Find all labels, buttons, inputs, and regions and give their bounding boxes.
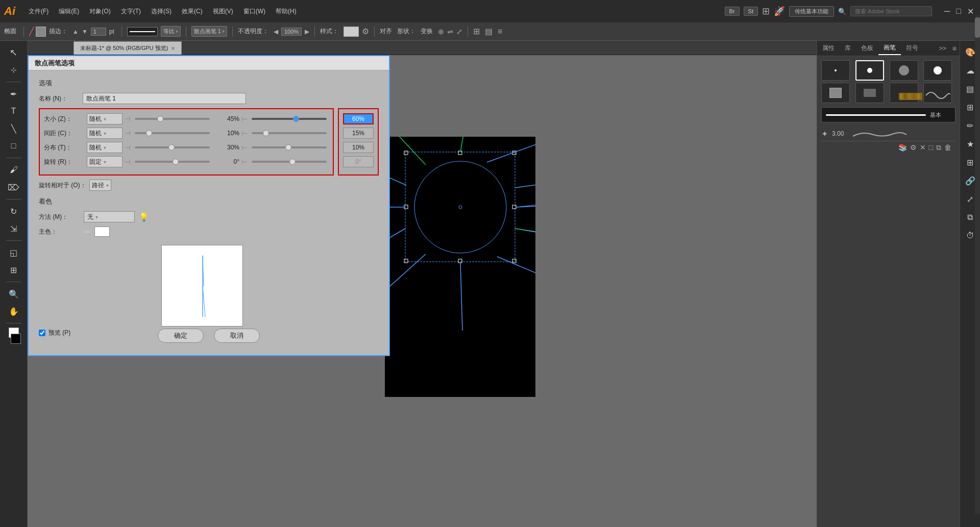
right-panel-scrollbar-thumb[interactable] (975, 17, 980, 38)
eraser-tool[interactable]: ⌦ (5, 180, 23, 195)
expand-icon[interactable]: ⤢ (456, 28, 462, 36)
menu-edit[interactable]: 编辑(E) (54, 5, 84, 18)
brush-cell-8[interactable] (923, 83, 952, 103)
direct-select-tool[interactable]: ⊹ (5, 62, 23, 78)
brush-cell-2[interactable] (855, 60, 884, 81)
menu-object[interactable]: 对象(O) (84, 5, 115, 18)
spacing-slider-thumb[interactable] (146, 130, 152, 136)
paint-tool[interactable]: 🖌 (5, 162, 23, 178)
brush-cell-6[interactable] (855, 83, 884, 103)
spacing-slider-track[interactable] (135, 132, 210, 134)
rocket-icon[interactable]: 🚀 (774, 6, 785, 17)
lightbulb-icon[interactable]: 💡 (139, 212, 149, 222)
scatter-slider-right-thumb[interactable] (285, 144, 291, 150)
method-dropdown[interactable]: 无▾ (84, 211, 135, 222)
preview-checkbox[interactable] (39, 330, 45, 336)
brush-dropdown[interactable]: 散点画笔 1▾ (191, 26, 227, 37)
style-settings-icon[interactable]: ⚙ (362, 27, 369, 36)
brush-duplicate-icon[interactable]: ⧉ (936, 143, 941, 152)
stroke-arrow-up[interactable]: ▲ (72, 28, 79, 35)
brush-libraries-icon[interactable]: 📚 (898, 143, 907, 152)
close-button[interactable]: ✕ (965, 7, 976, 16)
document-tab[interactable]: 未标题-1* @ 50% (RGB/GPU 预览) × (74, 41, 182, 55)
size-slider-thumb[interactable] (157, 116, 163, 122)
stroke-align-dropdown[interactable]: 等比▾ (161, 26, 181, 37)
cancel-button[interactable]: 取消 (214, 329, 260, 343)
tab-swatches[interactable]: 色板 (856, 42, 878, 55)
hand-tool[interactable]: ✋ (5, 304, 23, 319)
spacing-slider-right-thumb[interactable] (263, 130, 269, 136)
right-panel-scrollbar[interactable] (975, 15, 980, 514)
minimize-button[interactable]: ─ (942, 7, 952, 16)
reflect-icon[interactable]: ⇌ (447, 28, 453, 36)
brush-name-input[interactable] (83, 93, 246, 104)
workspace-dropdown[interactable]: 传统基本功能 (789, 6, 834, 17)
brush-cell-7[interactable] (890, 83, 918, 103)
rotation-slider-right-thumb[interactable] (289, 159, 296, 165)
confirm-button[interactable]: 确定 (158, 329, 204, 343)
menu-text[interactable]: 文字(T) (116, 5, 146, 18)
grid2-icon[interactable]: ⊞ (473, 27, 480, 36)
mesh-tool[interactable]: ⊞ (5, 262, 23, 278)
panel-icon[interactable]: ▤ (485, 27, 493, 36)
rotate-tool[interactable]: ↻ (5, 204, 23, 219)
tab-properties[interactable]: 属性 (817, 42, 840, 55)
brush-trash-icon[interactable]: 🗑 (944, 143, 951, 152)
tab-brushes[interactable]: 画笔 (878, 41, 901, 55)
eyedropper-icon[interactable]: ✏ (84, 227, 90, 237)
menu-effect[interactable]: 效果(C) (177, 5, 208, 18)
transform-icon[interactable]: ⊕ (438, 28, 444, 36)
brush-cell-5[interactable] (821, 83, 850, 103)
scatter-type-dropdown[interactable]: 随机▾ (87, 142, 122, 153)
size-slider-track[interactable] (135, 118, 210, 120)
rotation-relative-dropdown[interactable]: 路径▾ (89, 180, 111, 191)
shape-tool[interactable]: □ (5, 138, 23, 154)
scatter-slider-right-track[interactable] (252, 146, 327, 148)
more-panels-icon[interactable]: >> (936, 43, 949, 54)
restore-button[interactable]: □ (954, 7, 963, 16)
stroke-arrow-down[interactable]: ▼ (82, 28, 88, 35)
menu-select[interactable]: 选择(S) (146, 5, 177, 18)
stroke-style-preview[interactable] (127, 27, 158, 36)
tab-close-button[interactable]: × (172, 45, 175, 52)
menu-help[interactable]: 帮助(H) (271, 5, 302, 18)
spacing-type-dropdown[interactable]: 随机▾ (87, 128, 122, 139)
brush-options-icon[interactable]: ⚙ (910, 143, 917, 152)
brush-cell-1[interactable] (821, 60, 850, 81)
rotation-slider-track[interactable] (135, 161, 210, 163)
select-tool[interactable]: ↖ (5, 45, 23, 60)
main-color-swatch[interactable] (94, 227, 110, 237)
size-slider-right-thumb[interactable] (293, 116, 299, 122)
size-max-input[interactable]: 60% (343, 113, 374, 124)
opacity-arrow-more[interactable]: ▶ (305, 28, 309, 35)
scatter-slider-track[interactable] (135, 146, 210, 148)
stock-button[interactable]: St (744, 7, 758, 16)
opacity-input[interactable] (281, 28, 302, 36)
stroke-color-box[interactable] (11, 334, 21, 344)
size-type-dropdown[interactable]: 随机▾ (87, 113, 122, 124)
scatter-slider-thumb[interactable] (168, 144, 175, 150)
menu-file[interactable]: 文件(F) (23, 5, 54, 18)
rotation-slider-thumb[interactable] (173, 159, 179, 165)
brush-delete-icon[interactable]: ✕ (920, 143, 926, 152)
tab-symbols[interactable]: 符号 (901, 42, 923, 55)
pen-tool[interactable]: ✒ (5, 86, 23, 102)
text-tool[interactable]: T (5, 104, 23, 119)
more-options-icon[interactable]: ≡ (498, 27, 502, 36)
gradient-tool[interactable]: ◱ (5, 245, 23, 260)
menu-window[interactable]: 窗口(W) (238, 5, 271, 18)
brush-new-icon[interactable]: □ (929, 143, 933, 152)
rotation-slider-right-track[interactable] (252, 161, 327, 163)
stock-search-input[interactable] (850, 6, 932, 16)
rotation-type-dropdown[interactable]: 固定▾ (87, 156, 122, 167)
brush-cell-4[interactable] (923, 60, 952, 81)
brush-cell-3[interactable] (890, 60, 918, 81)
scale-tool[interactable]: ⇲ (5, 221, 23, 236)
line-tool[interactable]: ╲ (5, 121, 23, 136)
spacing-slider-right-track[interactable] (252, 132, 327, 134)
panel-menu-icon[interactable]: ≡ (949, 42, 960, 55)
menu-view[interactable]: 视图(V) (208, 5, 238, 18)
grid-icon[interactable]: ⊞ (762, 6, 770, 17)
stroke-value-input[interactable] (91, 28, 106, 36)
opacity-arrow-less[interactable]: ◀ (274, 28, 278, 35)
